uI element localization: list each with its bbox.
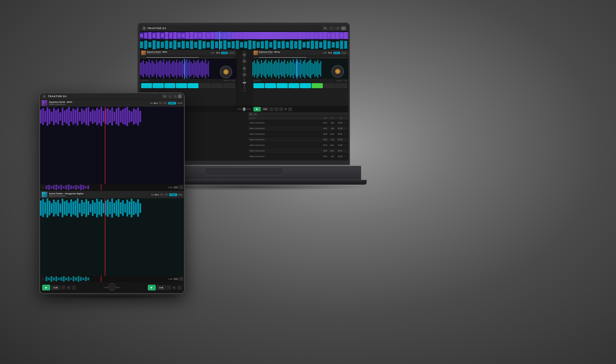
jog-wheel-left[interactable]: [220, 66, 232, 78]
deck-left-bpm: 91.0: [216, 52, 220, 54]
svg-rect-316: [137, 199, 139, 217]
tablet-top-minus[interactable]: -◁: [158, 102, 162, 104]
gain-bar-right[interactable]: [258, 57, 346, 58]
pad-left-2[interactable]: [153, 83, 164, 88]
tablet-top-flx[interactable]: FLX: [173, 186, 178, 189]
tablet-grid-btn[interactable]: ⊞: [162, 94, 167, 98]
deck-left-flux[interactable]: FLUX: [229, 52, 235, 54]
gain-bar-left[interactable]: [146, 57, 234, 58]
lib-dl-icon[interactable]: ⟳: [342, 155, 347, 158]
list-icon[interactable]: ≡: [254, 113, 257, 116]
tablet-nav-prev-left[interactable]: ‹: [61, 285, 66, 290]
pad-left-3[interactable]: [164, 83, 175, 88]
pad-right-5[interactable]: [300, 83, 311, 88]
knob-mid[interactable]: [243, 67, 246, 70]
knob-gain-left[interactable]: [243, 53, 246, 57]
tablet-bottom-minus[interactable]: -◁: [160, 193, 163, 196]
col-bpm: BPM: [319, 117, 327, 119]
channel-fader-center[interactable]: [244, 78, 245, 89]
svg-rect-273: [44, 202, 46, 214]
library-row[interactable]: Native Instruments 87.0 ♩12m 01:53 ⟳: [248, 143, 348, 148]
pad-right-8[interactable]: [335, 83, 347, 88]
nav-next-beat-right[interactable]: »: [288, 107, 292, 111]
library-row[interactable]: Native Instruments 85.0 ♩2m 02:29 ⟳: [248, 137, 348, 143]
pad-left-7[interactable]: [211, 83, 223, 88]
tablet-nav-prev-right[interactable]: ‹: [167, 285, 171, 290]
tablet-top-controls-right: 2m 90.0 -◁ ▷+ SYNC +3.4%: [150, 102, 182, 104]
tablet-bottom-plus-btn[interactable]: ▷+: [164, 193, 168, 196]
pad-right-2[interactable]: [265, 83, 276, 88]
vol-btn[interactable]: ◁: [335, 26, 340, 30]
library-row[interactable]: Native Instruments 91.0 ♩2m 01:54 ⟳: [248, 154, 348, 159]
lib-dl-icon[interactable]: ⟳: [342, 150, 347, 152]
deck-right-flux[interactable]: FLUX: [341, 52, 347, 54]
library-row[interactable]: Native Instruments 90.3 ♩2m 02:38 ⟳: [248, 126, 348, 131]
svg-rect-91: [298, 40, 301, 49]
lib-dl-icon[interactable]: ⟳: [342, 127, 347, 130]
knob-gain-right[interactable]: [243, 60, 246, 63]
knob-low[interactable]: [243, 73, 246, 76]
pad-right-1[interactable]: [253, 83, 265, 88]
tablet-top-arrow-down[interactable]: ⤓: [179, 185, 183, 190]
delete-left-label[interactable]: DELETE: [223, 80, 229, 81]
pad-right-4[interactable]: [288, 83, 300, 88]
svg-rect-48: [336, 32, 339, 39]
jog-wheel-right[interactable]: [332, 65, 344, 78]
svg-rect-262: [70, 185, 72, 189]
svg-rect-172: [278, 59, 279, 78]
tablet-vol-btn[interactable]: ◁: [173, 94, 177, 98]
play-btn-right[interactable]: ▶: [253, 107, 261, 111]
tablet-play-left[interactable]: ▶: [42, 285, 50, 290]
library-row[interactable]: Native Instruments 87.0 ♩3m 02:16 ⟳: [248, 120, 348, 126]
pad-left-8[interactable]: [223, 83, 235, 88]
deck-right-time: -1:35: [323, 52, 327, 54]
svg-rect-293: [88, 201, 89, 215]
library-row[interactable]: Native Instruments 90.0 ♩11m 02:01 ⟳: [248, 131, 348, 137]
cue-btn-right[interactable]: CUe: [262, 107, 269, 111]
trackpad[interactable]: [205, 168, 283, 176]
pad-right-3[interactable]: [277, 83, 288, 88]
pad-left-1[interactable]: [141, 83, 152, 88]
lib-key: ♩2m: [327, 127, 334, 130]
tablet-play-right[interactable]: ▶: [148, 285, 156, 290]
music-btn[interactable]: ♪: [329, 26, 334, 30]
lib-dl-icon[interactable]: ⟳: [342, 144, 347, 146]
pad-left-5[interactable]: [188, 83, 199, 88]
svg-rect-115: [156, 60, 157, 78]
tablet-bottom-flx[interactable]: FLX: [173, 278, 178, 280]
tablet-home-button[interactable]: [108, 283, 116, 291]
lib-dl-icon[interactable]: ⟳: [342, 133, 347, 135]
tablet-num-btn[interactable]: 1: [178, 94, 182, 98]
nav-fwd-right[interactable]: ›: [274, 107, 278, 111]
crossfader-track[interactable]: [237, 109, 251, 110]
tablet-bottom-sync[interactable]: SYNC: [169, 193, 177, 196]
settings-icon[interactable]: ⚙: [249, 113, 253, 116]
tablet-top-plus-btn[interactable]: ▷+: [163, 102, 167, 104]
nav-back-right[interactable]: ‹: [270, 107, 274, 111]
nav-prev-beat-right[interactable]: «: [279, 107, 283, 111]
lib-dl-icon[interactable]: ⟳: [342, 139, 347, 141]
svg-rect-46: [328, 34, 331, 38]
tablet-cue-right[interactable]: CUE: [157, 286, 165, 290]
deck-left-sync[interactable]: SYNC: [221, 52, 228, 54]
grid-btn[interactable]: ⊞: [323, 26, 328, 30]
library-row[interactable]: Native Instruments 99.0 ♩13m 02:21 ⟳: [248, 148, 348, 154]
pad-right-6[interactable]: [312, 83, 323, 88]
svg-rect-209: [51, 112, 53, 121]
crossfader-thumb[interactable]: [243, 108, 245, 111]
tablet-cue-left[interactable]: CUE: [51, 286, 60, 290]
tablet-nav-next-left[interactable]: ›: [72, 285, 76, 290]
svg-rect-317: [139, 203, 141, 213]
pad-left-4[interactable]: [176, 83, 187, 88]
tablet-nav-next-right[interactable]: ›: [177, 285, 182, 290]
svg-rect-146: [200, 61, 202, 76]
deck-right-sync[interactable]: SYNC: [333, 52, 340, 54]
tablet-top-sync[interactable]: SYNC: [168, 102, 176, 104]
tablet-bottom-arrow-down[interactable]: ⤓: [179, 277, 183, 281]
lib-dl-icon[interactable]: ⟳: [342, 122, 347, 124]
pad-right-7[interactable]: [323, 83, 335, 88]
num-btn[interactable]: 1: [341, 26, 346, 30]
pad-left-6[interactable]: [199, 83, 211, 88]
tablet-music-btn[interactable]: ♪: [168, 94, 172, 98]
delete-right-label[interactable]: DELETE: [337, 80, 342, 81]
